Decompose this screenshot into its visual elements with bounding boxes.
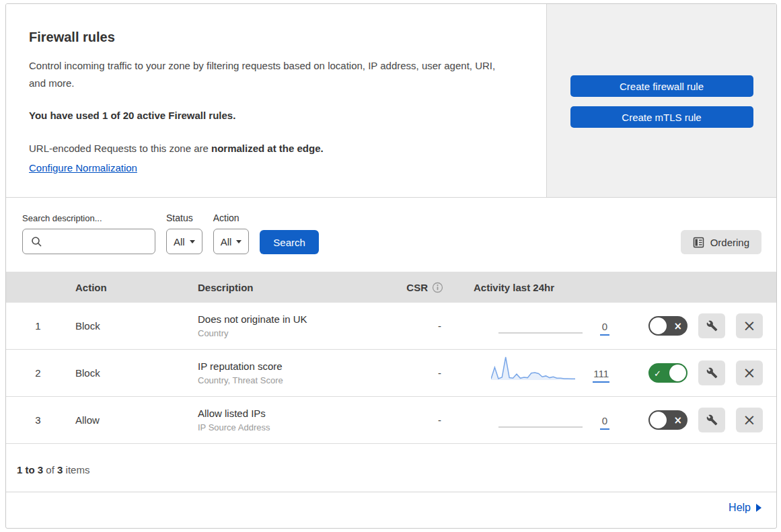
firewall-rules-page: Firewall rules Control incoming traffic … <box>5 3 777 529</box>
rule-controls: ✓ × × <box>615 360 776 385</box>
rule-description: IP reputation score Country, Threat Scor… <box>192 360 366 385</box>
table-row: 3 Allow Allow listed IPs IP Source Addre… <box>6 397 776 444</box>
status-group: Status All <box>166 213 202 254</box>
activity-sparkline <box>498 402 583 430</box>
search-label: Search description... <box>22 213 155 223</box>
rule-activity: 0 <box>460 402 615 439</box>
ordering-icon <box>693 237 704 248</box>
filter-bar: Search description... Status All Action … <box>6 198 776 272</box>
chevron-down-icon <box>236 240 241 243</box>
rule-priority: 2 <box>6 367 70 379</box>
rule-description: Does not originate in UK Country <box>192 313 366 338</box>
status-select[interactable]: All <box>166 229 202 254</box>
action-select[interactable]: All <box>213 229 250 254</box>
page-description: Control incoming traffic to your zone by… <box>29 57 506 92</box>
close-icon: × <box>743 412 755 428</box>
rules-table: Action Description CSR Activity last 24h… <box>6 272 776 444</box>
action-label: Action <box>213 213 250 223</box>
x-icon: × <box>673 414 682 426</box>
pagination-summary: 1 to 3 of 3 items <box>6 444 776 492</box>
rule-fields: Country, Threat Score <box>198 375 366 385</box>
rule-fields: IP Source Address <box>198 422 366 432</box>
close-icon: × <box>743 318 755 334</box>
page-header: Firewall rules Control incoming traffic … <box>6 4 776 198</box>
action-group: Action All <box>213 213 250 254</box>
rule-csr-value: - <box>366 367 460 379</box>
chevron-down-icon <box>190 240 195 243</box>
rule-action: Block <box>70 367 192 379</box>
rule-csr-value: - <box>366 320 460 332</box>
rule-title: Allow listed IPs <box>198 408 366 419</box>
search-group: Search description... <box>22 213 155 254</box>
edit-rule-button[interactable] <box>698 408 725 432</box>
delete-rule-button[interactable]: × <box>736 360 763 385</box>
description-column-header: Description <box>192 282 366 293</box>
action-column-header: Action <box>70 282 192 293</box>
activity-count-link[interactable]: 0 <box>600 321 609 336</box>
rule-description: Allow listed IPs IP Source Address <box>192 408 366 432</box>
info-icon[interactable] <box>432 282 443 293</box>
x-icon: × <box>673 320 682 332</box>
toggle-knob <box>650 317 667 334</box>
search-input[interactable] <box>46 229 152 254</box>
rule-priority: 3 <box>6 414 70 426</box>
caret-right-icon <box>756 504 761 512</box>
activity-sparkline <box>498 307 583 336</box>
ordering-button[interactable]: Ordering <box>681 230 761 254</box>
enable-toggle[interactable]: ✓ × <box>648 316 687 336</box>
toggle-knob <box>669 365 686 381</box>
edit-rule-button[interactable] <box>698 360 725 385</box>
search-box <box>22 229 155 254</box>
table-row: 2 Block IP reputation score Country, Thr… <box>6 350 776 397</box>
activity-count-link[interactable]: 111 <box>593 369 609 383</box>
create-mtls-rule-button[interactable]: Create mTLS rule <box>570 106 753 128</box>
usage-summary: You have used 1 of 20 active Firewall ru… <box>29 110 506 121</box>
edit-rule-button[interactable] <box>698 313 725 338</box>
rule-fields: Country <box>198 328 366 338</box>
wrench-icon <box>706 320 718 332</box>
enable-toggle[interactable]: ✓ × <box>648 410 687 430</box>
check-icon: ✓ <box>654 368 661 378</box>
intro-panel: Firewall rules Control incoming traffic … <box>6 4 547 197</box>
wrench-icon <box>706 367 718 379</box>
configure-normalization-link[interactable]: Configure Normalization <box>29 162 137 174</box>
rule-controls: ✓ × × <box>615 313 776 338</box>
activity-sparkline <box>491 354 575 383</box>
normalization-note: URL-encoded Requests to this zone are no… <box>29 143 506 154</box>
wrench-icon <box>706 414 718 426</box>
rule-action: Allow <box>70 414 192 426</box>
rule-action: Block <box>70 320 192 332</box>
rule-activity: 111 <box>460 354 615 392</box>
rule-csr-value: - <box>366 414 460 426</box>
search-icon <box>31 236 42 248</box>
activity-count-link[interactable]: 0 <box>600 416 609 430</box>
create-firewall-rule-button[interactable]: Create firewall rule <box>570 75 753 97</box>
status-label: Status <box>166 213 202 223</box>
help-link[interactable]: Help <box>729 502 761 514</box>
toggle-knob <box>650 412 667 428</box>
close-icon: × <box>743 365 755 381</box>
enable-toggle[interactable]: ✓ × <box>648 363 687 383</box>
table-body: 1 Block Does not originate in UK Country… <box>6 303 776 444</box>
help-bar: Help <box>6 492 776 523</box>
page-title: Firewall rules <box>29 30 506 45</box>
rule-activity: 0 <box>460 307 615 345</box>
table-header-row: Action Description CSR Activity last 24h… <box>6 272 776 303</box>
csr-column-header: CSR <box>366 282 460 293</box>
delete-rule-button[interactable]: × <box>736 408 763 432</box>
actions-panel: Create firewall rule Create mTLS rule <box>547 4 776 197</box>
rule-priority: 1 <box>6 320 70 332</box>
table-row: 1 Block Does not originate in UK Country… <box>6 303 776 350</box>
activity-column-header: Activity last 24hr <box>460 282 615 293</box>
rule-title: Does not originate in UK <box>198 313 366 325</box>
delete-rule-button[interactable]: × <box>736 313 763 338</box>
rule-title: IP reputation score <box>198 360 366 372</box>
search-button[interactable]: Search <box>260 230 319 254</box>
rule-controls: ✓ × × <box>615 408 776 432</box>
